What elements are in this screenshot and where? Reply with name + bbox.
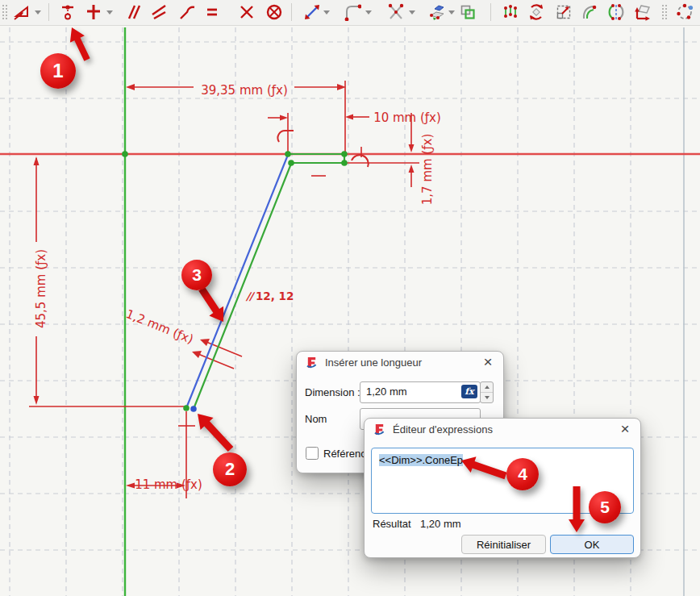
expression-fx-button[interactable]: fx (461, 385, 477, 398)
toolbar-separator (291, 3, 292, 21)
dimension-value-field[interactable]: 1,20 mm fx (360, 381, 481, 403)
dimension-value: 1,20 mm (366, 386, 407, 398)
toolbar-separator (48, 3, 49, 21)
carbon-copy-icon (459, 3, 477, 21)
expression-editor-titlebar[interactable]: Éditeur d'expressions (373, 423, 493, 436)
constrain-perpendicular-button[interactable] (149, 2, 169, 22)
parallel-icon (125, 3, 143, 21)
dimension-label-1-2[interactable]: 1,2 mm (ƒx) (124, 306, 196, 347)
origin-point (122, 151, 128, 157)
spinner-down-icon[interactable] (481, 393, 493, 402)
dimension-label-11[interactable]: 11 mm (ƒx) (135, 477, 202, 492)
dimension-icon (13, 3, 31, 21)
callout-1: 1 (40, 53, 76, 89)
expression-text-selected: <<Dim>>.ConeEp (379, 454, 463, 466)
result-label: Résultat (373, 518, 411, 530)
callout-arrow-2 (198, 414, 233, 452)
vertex (183, 405, 190, 411)
reference-checkbox[interactable] (306, 447, 319, 460)
callout-arrow-1 (70, 27, 90, 61)
distance-icon (303, 3, 321, 21)
reference-checkbox-label: Référenc (323, 448, 366, 460)
translate-icon (634, 3, 652, 21)
parallel-icon: // (246, 290, 252, 302)
coincident-icon (59, 3, 77, 21)
perpendicular-icon (150, 3, 168, 21)
array-button[interactable] (501, 2, 520, 22)
scale-icon (555, 3, 573, 21)
distance-dropdown-caret[interactable] (323, 10, 330, 15)
dialog-title: Insérer une longueur (325, 356, 422, 369)
expression-editor-dialog: Éditeur d'expressions × <<Dim>>.ConeEp R… (364, 418, 641, 558)
external-geometry-icon (428, 3, 446, 21)
sketch-edge-diagonal (194, 164, 291, 409)
horizontal-vertical-icon (85, 3, 102, 21)
dimension-spinner[interactable] (480, 381, 494, 403)
constrain-horizontal-vertical-button[interactable] (84, 2, 103, 22)
constrain-coincident-button[interactable] (58, 2, 77, 22)
trim-dropdown-caret[interactable] (409, 10, 415, 15)
freecad-sketcher-view: 39,35 mm (ƒx) 10 mm (ƒx) 1,7 mm (ƒx) 45,… (0, 0, 700, 596)
translate-button[interactable] (633, 2, 652, 22)
close-icon[interactable]: × (617, 421, 633, 437)
fillet-button[interactable] (343, 2, 362, 22)
offset-icon (581, 3, 598, 21)
vertex (285, 151, 291, 157)
vertex (288, 160, 294, 166)
external-geometry-dropdown-caret[interactable] (448, 10, 455, 15)
block-icon (265, 3, 283, 21)
constrain-equal-button[interactable] (202, 2, 222, 22)
fillet-icon (344, 3, 361, 21)
external-geometry-button[interactable] (427, 2, 447, 22)
bspline-button[interactable] (675, 2, 694, 22)
freecad-logo-icon (306, 356, 318, 369)
spinner-up-icon[interactable] (481, 382, 493, 393)
horizontal-vertical-dropdown-caret[interactable] (106, 10, 113, 15)
name-field-label: Nom (305, 413, 327, 425)
sketcher-toolbar (0, 0, 700, 26)
vertex (341, 160, 348, 166)
tangent-icon (178, 3, 196, 21)
dialog-title: Éditeur d'expressions (393, 423, 493, 436)
callout-2: 2 (213, 452, 247, 486)
callout-arrow-3 (198, 287, 223, 323)
symmetry-icon (607, 3, 625, 21)
dimension-tool-button[interactable] (12, 2, 31, 22)
dimension-label-45-5[interactable]: 45,5 mm (ƒx) (34, 249, 48, 328)
callout-4: 4 (506, 458, 539, 490)
dimension-label-39-35[interactable]: 39,35 mm (ƒx) (201, 83, 288, 98)
toolbar-drag-handle[interactable] (2, 4, 7, 20)
trim-button[interactable] (386, 2, 406, 22)
result-value: 1,20 mm (420, 518, 461, 530)
scale-button[interactable] (554, 2, 573, 22)
insert-length-dialog-titlebar[interactable]: Insérer une longueur (306, 356, 422, 369)
ok-button[interactable]: OK (550, 535, 634, 554)
vertex (341, 151, 348, 157)
offset-button[interactable] (580, 2, 599, 22)
constrain-tangent-button[interactable] (177, 2, 197, 22)
dimension-dropdown-caret[interactable] (35, 10, 41, 15)
bspline-icon (676, 3, 694, 21)
constrain-block-button[interactable] (265, 2, 284, 22)
callout-5: 5 (589, 491, 621, 523)
callout-3: 3 (181, 260, 212, 290)
fillet-dropdown-caret[interactable] (365, 10, 372, 15)
symmetric-icon (238, 3, 256, 21)
dimension-field-label: Dimension : (305, 386, 360, 398)
freecad-logo-icon (373, 423, 385, 436)
close-icon[interactable]: × (480, 354, 496, 370)
trim-icon (387, 3, 405, 21)
dimension-label-10[interactable]: 10 mm (ƒx) (373, 110, 441, 125)
parallel-constraint-label[interactable]: //12, 12 (246, 290, 294, 302)
constrain-distance-button[interactable] (302, 2, 322, 22)
constrain-symmetric-button[interactable] (237, 2, 256, 22)
construction-vertex (190, 406, 197, 412)
toolbar-drag-handle[interactable] (661, 4, 667, 20)
dimension-label-1-7[interactable]: 1,7 mm (ƒx) (420, 134, 435, 205)
carbon-copy-button[interactable] (458, 2, 477, 22)
constrain-parallel-button[interactable] (124, 2, 144, 22)
toolbar-separator (490, 3, 491, 21)
reset-button[interactable]: Réinitialiser (461, 535, 546, 554)
rotate-button[interactable] (527, 2, 546, 22)
symmetry-button[interactable] (606, 2, 626, 22)
